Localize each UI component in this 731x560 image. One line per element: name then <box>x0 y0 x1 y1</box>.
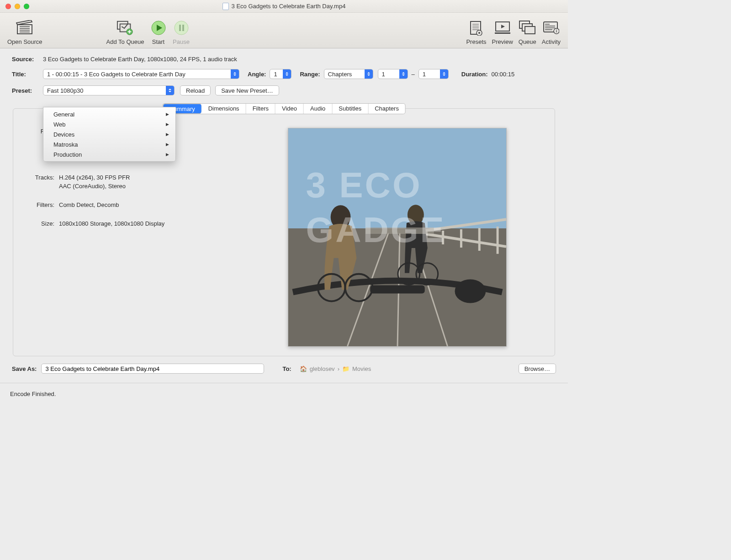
source-row: Source: 3 Eco Gadgets to Celebrate Earth… <box>12 56 556 63</box>
preset-menu-web[interactable]: Web <box>43 119 175 129</box>
preset-menu-devices[interactable]: Devices <box>43 129 175 139</box>
activity-button[interactable]: i Activity <box>539 19 563 45</box>
window-title: 3 Eco Gadgets to Celebrate Earth Day.mp4 <box>0 3 568 10</box>
angle-select[interactable]: 1 <box>270 69 291 79</box>
svg-rect-21 <box>371 285 425 294</box>
range-from-value: 1 <box>382 71 385 78</box>
title-bar: 3 Eco Gadgets to Celebrate Earth Day.mp4 <box>0 0 568 13</box>
to-label: To: <box>282 365 291 372</box>
path-user: gleblosev <box>310 365 335 372</box>
tab-dimensions[interactable]: Dimensions <box>202 104 246 114</box>
preset-row: Preset: Fast 1080p30 Reload Save New Pre… <box>12 85 556 95</box>
add-to-queue-button[interactable]: Add To Queue <box>104 19 147 45</box>
preset-menu-matroska[interactable]: Matroska <box>43 139 175 149</box>
svg-rect-6 <box>179 25 181 31</box>
toolbar: Open Source Add To Queue Start Pause Pre… <box>0 13 568 48</box>
destination-path[interactable]: 🏠 gleblosev › 📁 Movies <box>300 365 371 372</box>
add-to-queue-label: Add To Queue <box>106 38 144 45</box>
preview-icon <box>494 19 511 37</box>
title-row: Title: 1 - 00:00:15 - 3 Eco Gadgets to C… <box>12 69 556 79</box>
save-new-preset-label: Save New Preset… <box>221 87 273 94</box>
path-separator: › <box>338 365 339 372</box>
svg-text:i: i <box>556 29 557 33</box>
stepper-icon <box>283 69 291 79</box>
range-type-value: Chapters <box>328 71 352 78</box>
reload-button[interactable]: Reload <box>180 85 211 95</box>
content-area: Source: 3 Eco Gadgets to Celebrate Earth… <box>0 48 568 356</box>
start-button[interactable]: Start <box>147 19 170 45</box>
svg-point-29 <box>455 280 486 303</box>
open-source-label: Open Source <box>7 38 42 45</box>
title-label: Title: <box>12 71 43 78</box>
tab-subtitles[interactable]: Subtitles <box>332 104 368 114</box>
presets-icon <box>467 19 485 37</box>
tracks-label: Tracks: <box>26 174 54 181</box>
tab-video[interactable]: Video <box>275 104 304 114</box>
preset-value: Fast 1080p30 <box>47 87 84 94</box>
size-label: Size: <box>26 220 54 227</box>
save-as-field[interactable] <box>45 365 260 372</box>
stepper-icon <box>399 69 408 79</box>
open-source-button[interactable]: Open Source <box>5 19 45 45</box>
add-to-queue-icon <box>117 19 134 37</box>
save-as-label: Save As: <box>12 365 37 372</box>
filters-value: Comb Detect, Decomb <box>59 201 119 208</box>
status-text: Encode Finished. <box>10 391 56 397</box>
range-to-select[interactable]: 1 <box>418 69 449 79</box>
preview-watermark: 3 ECO GADGE <box>306 163 502 252</box>
svg-rect-15 <box>525 26 535 34</box>
browse-button[interactable]: Browse… <box>519 364 556 374</box>
range-from-select[interactable]: 1 <box>378 69 408 79</box>
tab-audio[interactable]: Audio <box>304 104 332 114</box>
window-title-text: 3 Eco Gadgets to Celebrate Earth Day.mp4 <box>232 3 346 10</box>
start-label: Start <box>152 38 164 45</box>
presets-button[interactable]: Presets <box>463 19 489 45</box>
tab-bar: Summary Dimensions Filters Video Audio S… <box>162 103 406 114</box>
preview-button[interactable]: Preview <box>489 19 516 45</box>
save-as-input[interactable] <box>41 364 264 374</box>
reload-label: Reload <box>186 87 205 94</box>
queue-label: Queue <box>519 38 536 45</box>
duration-value: 00:00:15 <box>492 71 515 78</box>
tab-filters[interactable]: Filters <box>246 104 275 114</box>
path-folder: Movies <box>352 365 371 372</box>
preset-menu-production[interactable]: Production <box>43 149 175 159</box>
stepper-icon <box>365 69 373 79</box>
preset-label: Preset: <box>12 87 43 94</box>
activity-label: Activity <box>542 38 561 45</box>
queue-button[interactable]: Queue <box>516 19 539 45</box>
folder-icon: 📁 <box>342 365 350 372</box>
watermark-line1: 3 ECO <box>306 163 502 208</box>
preset-dropdown: General Web Devices Matroska Production <box>43 107 176 162</box>
svg-rect-7 <box>182 25 184 31</box>
pause-icon <box>173 19 190 37</box>
title-select[interactable]: 1 - 00:00:15 - 3 Eco Gadgets to Celebrat… <box>43 69 239 79</box>
save-new-preset-button[interactable]: Save New Preset… <box>215 85 279 95</box>
source-value: 3 Eco Gadgets to Celebrate Earth Day, 10… <box>43 56 237 63</box>
watermark-line2: GADGE <box>306 208 502 253</box>
range-dash: – <box>412 71 415 78</box>
pause-button: Pause <box>170 19 193 45</box>
tracks-line2: AAC (CoreAudio), Stereo <box>59 183 126 190</box>
svg-point-10 <box>478 32 480 34</box>
angle-label: Angle: <box>248 71 266 78</box>
angle-value: 1 <box>274 71 277 78</box>
svg-point-5 <box>175 21 188 35</box>
source-label: Source: <box>12 56 43 63</box>
chevron-down-icon <box>166 86 174 95</box>
range-type-select[interactable]: Chapters <box>324 69 373 79</box>
video-preview: 3 ECO GADGE <box>288 128 507 347</box>
stepper-icon <box>440 69 448 79</box>
tab-chapters[interactable]: Chapters <box>368 104 405 114</box>
svg-rect-0 <box>17 25 32 34</box>
presets-label: Presets <box>466 38 486 45</box>
preset-select[interactable]: Fast 1080p30 <box>43 85 175 95</box>
queue-icon <box>519 19 536 37</box>
title-select-value: 1 - 00:00:15 - 3 Eco Gadgets to Celebrat… <box>47 71 185 78</box>
preview-label: Preview <box>492 38 513 45</box>
range-label: Range: <box>300 71 320 78</box>
preset-menu-general[interactable]: General <box>43 109 175 119</box>
pause-label: Pause <box>173 38 190 45</box>
document-icon <box>222 3 229 10</box>
stepper-icon <box>231 69 239 79</box>
